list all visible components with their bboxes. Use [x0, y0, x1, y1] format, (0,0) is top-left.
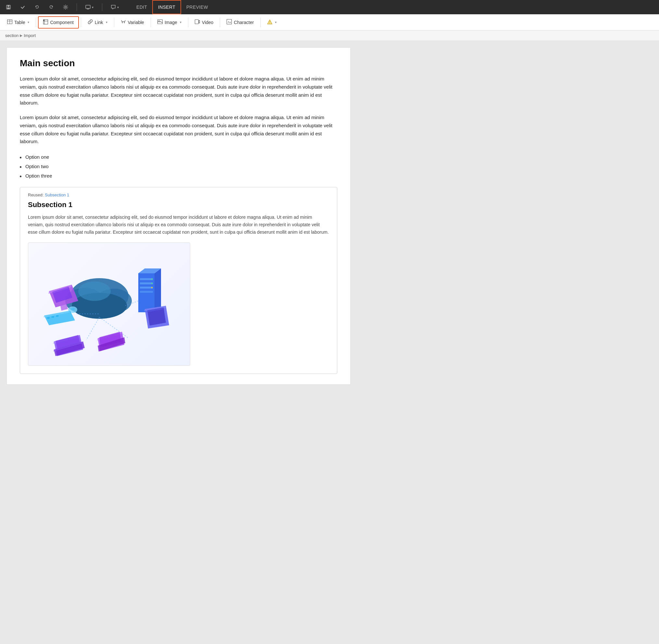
subsection-title: Subsection 1	[28, 201, 329, 209]
svg-point-21	[78, 281, 111, 301]
breadcrumb: section ▶ Import	[0, 30, 659, 41]
preview-nav-button[interactable]: PREVIEW	[181, 0, 213, 14]
insert-nav-button[interactable]: INSERT	[152, 0, 181, 14]
insert-divider-1	[36, 18, 36, 27]
reused-card: Reused: Subsection 1 Subsection 1 Lorem …	[20, 187, 337, 374]
edit-nav-button[interactable]: EDIT	[131, 0, 152, 14]
table-chevron: ▾	[28, 20, 29, 24]
breadcrumb-import[interactable]: Import	[24, 33, 36, 38]
svg-text:Aa: Aa	[228, 20, 231, 24]
insert-divider-4	[151, 18, 151, 27]
reused-label: Reused: Subsection 1	[28, 192, 329, 197]
content-area: Main section Lorem ipsum dolor sit amet,…	[0, 41, 659, 644]
list-item-text: Option two	[25, 164, 49, 169]
list-item: Option three	[20, 171, 337, 181]
svg-rect-38	[140, 282, 153, 284]
bullet-dot	[20, 157, 21, 158]
video-icon	[195, 20, 200, 25]
variable-icon	[121, 19, 126, 25]
reused-link[interactable]: Subsection 1	[45, 192, 69, 197]
insert-divider-2	[81, 18, 81, 27]
svg-rect-1	[7, 5, 9, 7]
list-item: Option two	[20, 162, 337, 171]
video-label: Video	[202, 20, 213, 25]
svg-point-43	[151, 287, 153, 288]
svg-point-3	[65, 6, 67, 8]
svg-rect-39	[140, 286, 153, 289]
svg-rect-11	[44, 20, 44, 21]
illustration-image	[28, 243, 190, 366]
svg-rect-33	[56, 315, 59, 317]
svg-rect-14	[195, 20, 198, 24]
breadcrumb-arrow: ▶	[20, 33, 22, 38]
link-button[interactable]: Link ▾	[83, 16, 112, 28]
variable-button[interactable]: Variable	[116, 16, 149, 28]
image-label: Image	[165, 20, 177, 25]
paragraph-1: Lorem ipsum dolor sit amet, consectetur …	[20, 75, 337, 107]
bullet-dot	[20, 176, 21, 177]
settings-button[interactable]	[61, 3, 70, 11]
component-label: Component	[50, 20, 73, 25]
svg-rect-32	[51, 316, 54, 318]
redo-button[interactable]	[47, 3, 56, 11]
warning-button[interactable]: ▾	[263, 16, 281, 28]
svg-point-41	[151, 278, 153, 280]
insert-divider-5	[188, 18, 188, 27]
warning-chevron: ▾	[275, 20, 277, 24]
main-title: Main section	[20, 58, 337, 68]
image-chevron: ▾	[180, 20, 181, 24]
character-icon: Aa	[227, 19, 232, 25]
component-button[interactable]: Component	[38, 16, 78, 28]
view-button[interactable]: ▾	[84, 3, 95, 11]
link-label: Link	[95, 20, 103, 25]
toolbar-divider-1	[76, 3, 77, 11]
svg-rect-31	[47, 317, 50, 319]
comment-button[interactable]: ▾	[109, 3, 121, 11]
svg-marker-36	[155, 269, 161, 312]
save-button[interactable]	[4, 3, 13, 11]
check-button[interactable]	[18, 3, 27, 11]
link-chevron: ▾	[106, 20, 108, 24]
warning-icon	[267, 20, 272, 25]
subsection-text: Lorem ipsum dolor sit amet, consectetur …	[28, 213, 329, 236]
list-item: Option one	[20, 152, 337, 162]
insert-divider-3	[114, 18, 114, 27]
component-icon	[43, 20, 48, 25]
bullet-dot	[20, 166, 21, 168]
nav-bar: EDIT INSERT PREVIEW	[131, 0, 213, 14]
variable-label: Variable	[128, 20, 144, 25]
svg-rect-4	[86, 5, 90, 8]
character-label: Character	[234, 20, 253, 25]
bullet-list: Option one Option two Option three	[20, 152, 337, 181]
top-toolbar: ▾ ▾ EDIT INSERT PREVIEW	[0, 0, 659, 14]
reused-label-text: Reused:	[28, 192, 44, 197]
list-item-text: Option one	[25, 154, 49, 160]
table-label: Table	[14, 20, 25, 25]
svg-rect-40	[140, 291, 153, 293]
insert-toolbar: Table ▾ Component Link ▾	[0, 14, 659, 30]
content-card: Main section Lorem ipsum dolor sit amet,…	[6, 47, 350, 385]
insert-divider-7	[260, 18, 261, 27]
image-button[interactable]: Image ▾	[153, 16, 186, 28]
breadcrumb-section[interactable]: section	[5, 33, 19, 38]
svg-point-28	[70, 308, 75, 310]
svg-rect-2	[7, 7, 10, 9]
list-item-text: Option three	[25, 173, 52, 179]
image-icon	[157, 20, 163, 25]
table-button[interactable]: Table ▾	[3, 16, 34, 28]
character-button[interactable]: Aa Character	[222, 16, 258, 28]
insert-divider-6	[220, 18, 220, 27]
svg-point-42	[151, 283, 153, 284]
link-icon	[88, 19, 93, 25]
undo-button[interactable]	[32, 3, 42, 11]
svg-rect-37	[140, 278, 153, 280]
paragraph-2: Lorem ipsum dolor sit amet, consectetur …	[20, 114, 337, 146]
table-icon	[7, 20, 12, 25]
video-button[interactable]: Video	[190, 16, 218, 28]
svg-line-46	[86, 317, 99, 340]
toolbar-divider-2	[102, 3, 102, 11]
